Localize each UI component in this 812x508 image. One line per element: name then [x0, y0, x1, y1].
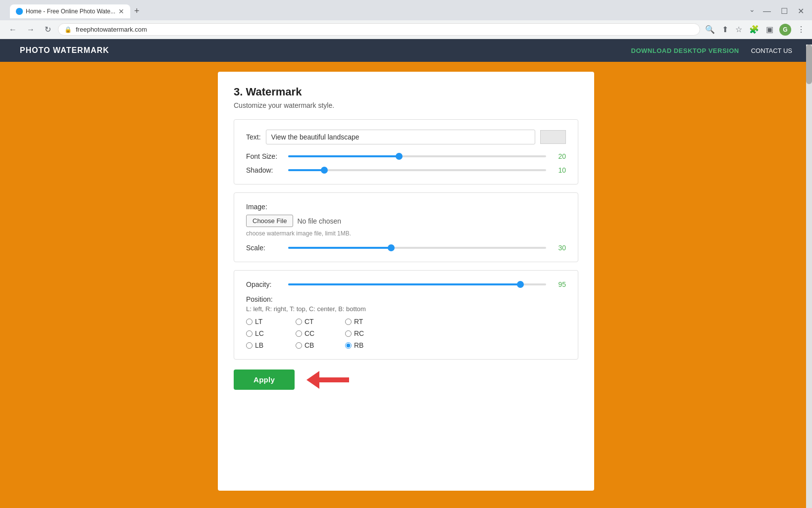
font-size-thumb[interactable]: [396, 153, 403, 160]
radio-cc[interactable]: [296, 330, 302, 337]
tab-close-button[interactable]: ✕: [118, 7, 124, 15]
shadow-value: 10: [551, 166, 566, 174]
opacity-slider[interactable]: [288, 283, 546, 285]
image-label-row: Image:: [246, 203, 566, 211]
image-label: Image:: [246, 203, 267, 211]
choose-file-button[interactable]: Choose File: [246, 215, 293, 227]
bookmark-button[interactable]: ☆: [734, 24, 743, 36]
radio-lt[interactable]: [246, 319, 253, 325]
forward-button[interactable]: →: [24, 24, 38, 35]
color-swatch[interactable]: [540, 130, 566, 144]
section-subtitle: Customize your watermark style.: [234, 101, 578, 109]
font-size-row: Font Size: 20: [246, 152, 566, 160]
profile-icon[interactable]: G: [779, 24, 791, 36]
site-logo: PHOTO WATERMARK: [20, 46, 109, 55]
contact-link[interactable]: CONTACT US: [751, 47, 792, 54]
font-size-label: Font Size:: [246, 152, 283, 160]
section-title: 3. Watermark: [234, 86, 578, 98]
page-content: 3. Watermark Customize your watermark st…: [0, 62, 812, 508]
address-bar-row: ← → ↻ 🔒 freephotowatermark.com 🔍 ⬆ ☆ 🧩 ▣…: [0, 20, 812, 39]
position-rb[interactable]: RB: [345, 341, 395, 349]
opacity-thumb[interactable]: [517, 281, 524, 288]
tab-title: Home - Free Online Photo Wate...: [26, 8, 115, 15]
back-button[interactable]: ←: [6, 24, 20, 35]
shadow-thumb[interactable]: [321, 167, 328, 174]
zoom-button[interactable]: 🔍: [704, 24, 716, 36]
site-header: PHOTO WATERMARK DOWNLOAD DESKTOP VERSION…: [0, 39, 812, 62]
opacity-row: Opacity: 95: [246, 280, 566, 288]
opacity-label: Opacity:: [246, 280, 283, 288]
position-ct[interactable]: CT: [296, 318, 345, 325]
opacity-fill: [288, 283, 520, 285]
font-size-fill: [288, 155, 399, 157]
reload-button[interactable]: ↻: [42, 24, 54, 35]
address-text: freephotowatermark.com: [76, 26, 147, 33]
scale-thumb[interactable]: [388, 244, 395, 251]
arrow-body: [319, 377, 349, 382]
new-tab-button[interactable]: +: [130, 4, 144, 18]
close-button[interactable]: ✕: [796, 5, 806, 17]
position-cb[interactable]: CB: [296, 341, 345, 349]
scale-slider[interactable]: [288, 247, 546, 249]
no-file-text: No file chosen: [297, 217, 341, 225]
shadow-fill: [288, 169, 324, 171]
share-button[interactable]: ⬆: [721, 24, 729, 36]
position-radio-grid: LT CT RT LC: [246, 318, 566, 349]
radio-lc[interactable]: [246, 330, 253, 337]
font-size-slider[interactable]: [288, 155, 546, 157]
position-label: Position:: [246, 295, 566, 303]
shadow-row: Shadow: 10: [246, 166, 566, 174]
lock-icon: 🔒: [64, 26, 72, 33]
shadow-slider[interactable]: [288, 169, 546, 171]
file-hint: choose watermark image file, limit 1MB.: [246, 230, 566, 237]
text-label: Text:: [246, 133, 261, 141]
text-field-row: Text:: [246, 130, 566, 144]
browser-chrome: 🌐 Home - Free Online Photo Wate... ✕ + ⌄…: [0, 0, 812, 39]
tab-favicon: 🌐: [16, 8, 23, 15]
radio-rc[interactable]: [345, 330, 352, 337]
position-rt[interactable]: RT: [345, 318, 395, 325]
apply-row: Apply: [234, 369, 578, 390]
image-subsection: Image: Choose File No file chosen choose…: [234, 192, 578, 262]
active-tab[interactable]: 🌐 Home - Free Online Photo Wate... ✕: [10, 4, 130, 18]
site-nav: DOWNLOAD DESKTOP VERSION CONTACT US: [631, 47, 792, 54]
shadow-label: Shadow:: [246, 166, 283, 174]
scrollbar[interactable]: [806, 45, 812, 508]
window-controls: ⌄ — ☐ ✕: [749, 5, 806, 17]
toolbar-icons: 🔍 ⬆ ☆ 🧩 ▣ G ⋮: [704, 24, 806, 36]
radio-rb[interactable]: [345, 342, 352, 349]
position-lb[interactable]: LB: [246, 341, 296, 349]
radio-cb[interactable]: [296, 342, 302, 349]
arrow-head: [306, 371, 319, 389]
opacity-value: 95: [551, 280, 566, 288]
chevron-down-icon: ⌄: [749, 5, 755, 17]
opacity-position-subsection: Opacity: 95 Position: L: left, R: right,…: [234, 270, 578, 360]
address-bar[interactable]: 🔒 freephotowatermark.com: [58, 23, 700, 36]
radio-lb[interactable]: [246, 342, 253, 349]
minimize-button[interactable]: —: [761, 5, 773, 17]
scrollbar-thumb[interactable]: [806, 45, 812, 84]
radio-ct[interactable]: [296, 319, 302, 325]
position-section: Position: L: left, R: right, T: top, C: …: [246, 295, 566, 349]
menu-button[interactable]: ⋮: [796, 24, 806, 36]
sidebar-toggle[interactable]: ▣: [765, 24, 774, 36]
text-subsection: Text: Font Size: 20 Shadow: 10: [234, 119, 578, 185]
scale-fill: [288, 247, 391, 249]
text-input[interactable]: [266, 130, 535, 144]
extensions-button[interactable]: 🧩: [748, 24, 760, 36]
position-cc[interactable]: CC: [296, 329, 345, 337]
position-rc[interactable]: RC: [345, 329, 395, 337]
scale-value: 30: [551, 244, 566, 252]
position-legend: L: left, R: right, T: top, C: center, B:…: [246, 305, 566, 313]
radio-rt[interactable]: [345, 319, 352, 325]
browser-titlebar: 🌐 Home - Free Online Photo Wate... ✕ + ⌄…: [0, 0, 812, 20]
position-lt[interactable]: LT: [246, 318, 296, 325]
scale-label: Scale:: [246, 244, 283, 252]
file-input-row: Choose File No file chosen: [246, 215, 566, 227]
scale-row: Scale: 30: [246, 244, 566, 252]
arrow-indicator: [306, 371, 349, 389]
apply-button[interactable]: Apply: [234, 369, 295, 390]
download-link[interactable]: DOWNLOAD DESKTOP VERSION: [631, 47, 739, 54]
restore-button[interactable]: ☐: [779, 5, 790, 17]
position-lc[interactable]: LC: [246, 329, 296, 337]
